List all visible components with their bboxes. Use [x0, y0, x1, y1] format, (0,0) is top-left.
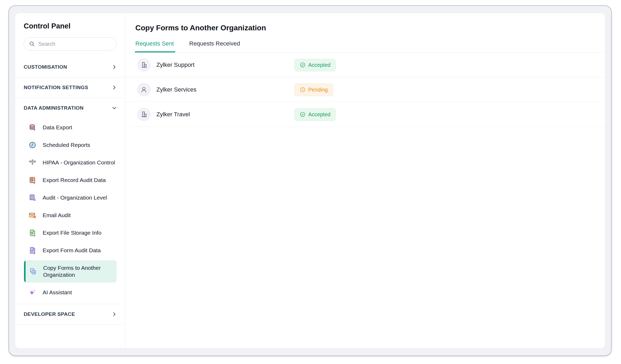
organization-name: Zylker Travel — [156, 111, 294, 118]
sidebar-item-hipaa-organization-control[interactable]: HIPAA - Organization Control — [15, 154, 125, 171]
sidebar-item-export-record-audit-data[interactable]: Export Record Audit Data — [15, 171, 125, 189]
status-badge: Accepted — [294, 59, 336, 71]
status-label: Accepted — [308, 111, 330, 118]
sidebar-item-scheduled-reports[interactable]: Scheduled Reports — [15, 136, 125, 154]
form-document-icon — [28, 246, 37, 255]
sidebar-item-audit-organization-level[interactable]: Audit - Organization Level — [15, 189, 125, 206]
status-label: Accepted — [308, 62, 330, 68]
database-export-icon — [28, 123, 37, 132]
tab-bar: Requests Sent Requests Received — [135, 40, 605, 52]
sidebar-section-customisation[interactable]: CUSTOMISATION — [15, 57, 125, 77]
sidebar-item-email-audit[interactable]: Email Audit — [15, 206, 125, 224]
sidebar-item-export-form-audit-data[interactable]: Export Form Audit Data — [15, 242, 125, 259]
page-title: Copy Forms to Another Organization — [135, 24, 605, 32]
sidebar-item-label: Export File Storage Info — [43, 230, 102, 236]
main-header: Copy Forms to Another Organization Reque… — [125, 13, 605, 52]
selected-indicator-bar — [24, 260, 26, 283]
document-search-icon — [28, 193, 37, 202]
data-administration-items: Data Export Scheduled Reports — [15, 118, 125, 304]
status-badge: Pending — [294, 84, 333, 96]
copy-forms-icon — [29, 267, 37, 276]
avatar — [137, 108, 151, 121]
avatar — [137, 58, 151, 72]
request-row[interactable]: Zylker Support Accepted — [125, 53, 605, 77]
sidebar: Control Panel CUSTOMISATION NOTIFICATION… — [15, 13, 125, 348]
status-label: Pending — [308, 87, 328, 93]
check-circle-icon — [300, 62, 306, 68]
clock-icon — [28, 141, 37, 149]
sidebar-item-copy-forms-to-another-organization[interactable]: Copy Forms to Another Organization — [24, 260, 117, 283]
control-panel-card: Control Panel CUSTOMISATION NOTIFICATION… — [15, 13, 605, 349]
request-row[interactable]: Zylker Services Pending — [125, 77, 605, 102]
search-input[interactable] — [38, 41, 112, 47]
sidebar-item-label: HIPAA - Organization Control — [43, 159, 115, 166]
request-row[interactable]: Zylker Travel Accepted — [125, 102, 605, 127]
sidebar-item-label: Audit - Organization Level — [43, 195, 107, 201]
sidebar-item-label: Export Record Audit Data — [43, 177, 106, 183]
search-icon — [29, 41, 35, 47]
sparkles-icon — [28, 288, 37, 297]
sidebar-section-developer-space[interactable]: DEVELOPER SPACE — [15, 304, 125, 324]
check-circle-icon — [300, 111, 306, 117]
organization-name: Zylker Services — [156, 86, 294, 93]
sidebar-item-label: Scheduled Reports — [43, 142, 90, 148]
envelope-icon — [28, 211, 37, 220]
tab-requests-sent[interactable]: Requests Sent — [135, 40, 174, 52]
file-info-icon — [28, 229, 37, 237]
sidebar-section-data-administration[interactable]: DATA ADMINISTRATION — [15, 98, 125, 118]
chevron-right-icon — [111, 64, 117, 70]
sidebar-item-data-export[interactable]: Data Export — [15, 119, 125, 136]
chevron-down-icon — [111, 105, 117, 111]
chevron-right-icon — [111, 85, 117, 90]
person-icon — [140, 86, 148, 94]
caduceus-icon — [28, 158, 37, 167]
row-divider — [125, 127, 605, 127]
chevron-right-icon — [111, 311, 117, 317]
search-box[interactable] — [24, 37, 117, 51]
sidebar-item-label: Export Form Audit Data — [43, 247, 101, 254]
table-export-icon — [28, 176, 37, 184]
window-frame: Control Panel CUSTOMISATION NOTIFICATION… — [9, 5, 612, 356]
sidebar-item-label: Copy Forms to Another Organization — [43, 264, 112, 279]
section-label: NOTIFICATION SETTINGS — [24, 85, 88, 90]
status-badge: Accepted — [294, 108, 336, 121]
sidebar-section-notification-settings[interactable]: NOTIFICATION SETTINGS — [15, 77, 125, 98]
organization-name: Zylker Support — [156, 61, 294, 68]
section-label: DEVELOPER SPACE — [24, 311, 75, 317]
tab-requests-received[interactable]: Requests Received — [189, 40, 240, 52]
divider — [15, 324, 125, 325]
main-content: Copy Forms to Another Organization Reque… — [125, 13, 605, 348]
avatar — [137, 83, 151, 96]
sidebar-item-label: AI Assistant — [43, 289, 72, 296]
section-label: CUSTOMISATION — [24, 64, 67, 70]
clock-icon — [300, 87, 306, 93]
section-label: DATA ADMINISTRATION — [24, 105, 84, 111]
building-icon — [140, 61, 148, 69]
building-icon — [140, 110, 148, 118]
sidebar-item-label: Data Export — [43, 124, 72, 131]
sidebar-item-export-file-storage-info[interactable]: Export File Storage Info — [15, 224, 125, 242]
sidebar-title: Control Panel — [24, 22, 117, 30]
sidebar-item-ai-assistant[interactable]: AI Assistant — [15, 284, 125, 301]
sidebar-item-label: Email Audit — [43, 212, 71, 218]
